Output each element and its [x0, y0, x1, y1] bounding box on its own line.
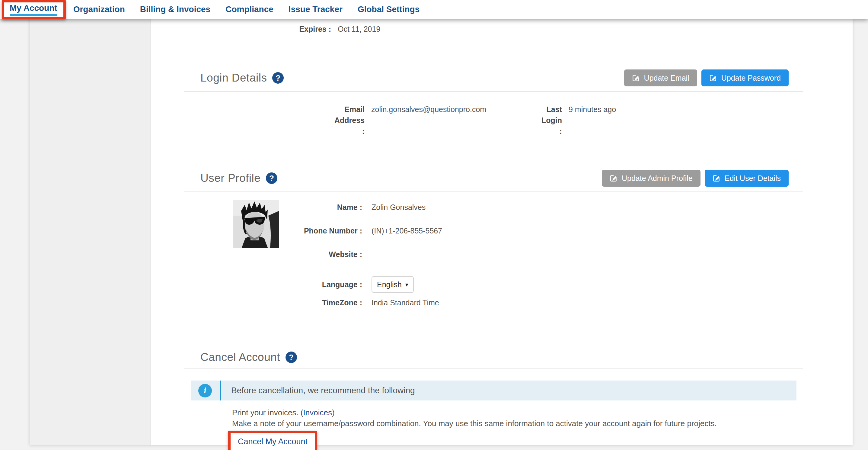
profile-photo	[233, 200, 279, 248]
section-title-text: Cancel Account	[200, 351, 280, 364]
phone-label: Phone Number :	[279, 225, 362, 236]
login-details-header: Login Details ? Update Email Update Pass…	[184, 69, 803, 92]
edit-icon	[610, 174, 618, 182]
cancel-instructions: Print your invoices. (Invoices) Make a n…	[232, 407, 803, 429]
tab-my-account[interactable]: My Account	[10, 4, 57, 13]
help-icon[interactable]: ?	[272, 72, 284, 84]
login-details-section: Login Details ? Update Email Update Pass…	[184, 69, 803, 137]
info-icon: i	[198, 384, 212, 397]
update-email-label: Update Email	[644, 74, 689, 83]
tab-compliance[interactable]: Compliance	[225, 5, 273, 14]
section-title-text: Login Details	[200, 71, 267, 84]
edit-icon	[713, 174, 720, 182]
annotation-box-cancel: Cancel My Account	[228, 431, 317, 450]
edit-user-details-button[interactable]: Edit User Details	[705, 170, 788, 187]
caret-down-icon: ▾	[405, 282, 408, 288]
email-address-label: Email Address :	[184, 104, 365, 137]
expires-row: Expires : Oct 11, 2019	[151, 19, 852, 34]
top-navigation: My Account Organization Billing & Invoic…	[0, 0, 868, 19]
settings-card: Expires : Oct 11, 2019 Login Details ? U…	[30, 19, 852, 445]
name-label: Name :	[279, 202, 362, 213]
update-admin-profile-button[interactable]: Update Admin Profile	[602, 170, 701, 187]
username-note-line: Make a note of your username/password co…	[232, 418, 803, 429]
timezone-row: TimeZone : India Standard Time	[279, 297, 803, 308]
user-profile-section: User Profile ? Update Admin Profile Edit…	[184, 170, 803, 308]
banner-text: Before cancellation, we recommend the fo…	[231, 386, 415, 395]
invoices-link[interactable]: Invoices	[303, 408, 332, 417]
website-label: Website :	[279, 249, 362, 260]
profile-fields: Name : Zolin Gonsalves Phone Number : (I…	[279, 200, 803, 308]
page-background: Expires : Oct 11, 2019 Login Details ? U…	[0, 19, 868, 450]
update-password-button[interactable]: Update Password	[702, 69, 788, 86]
update-admin-profile-label: Update Admin Profile	[622, 174, 693, 183]
timezone-label: TimeZone :	[279, 297, 362, 308]
tab-billing-invoices[interactable]: Billing & Invoices	[140, 5, 210, 14]
cancel-info-banner: i Before cancellation, we recommend the …	[191, 381, 797, 400]
user-profile-title: User Profile ?	[200, 172, 277, 184]
section-title-text: User Profile	[200, 172, 260, 184]
last-login-label: Last Login :	[537, 104, 562, 137]
tab-issue-tracker[interactable]: Issue Tracker	[288, 5, 343, 14]
help-icon[interactable]: ?	[266, 173, 277, 184]
help-icon[interactable]: ?	[285, 352, 297, 363]
invoices-line-prefix: Print your invoices. (	[232, 408, 303, 417]
annotation-box-my-account: My Account	[2, 0, 66, 19]
cancel-account-section: Cancel Account ? i Before cancellation, …	[184, 351, 803, 450]
name-row: Name : Zolin Gonsalves	[279, 202, 803, 213]
cancel-account-header: Cancel Account ?	[184, 351, 803, 369]
last-login-value: 9 minutes ago	[562, 104, 616, 137]
user-profile-header: User Profile ? Update Admin Profile Edit…	[184, 170, 803, 192]
update-password-label: Update Password	[721, 74, 781, 83]
invoices-line-suffix: )	[332, 408, 335, 417]
invoices-line: Print your invoices. (Invoices)	[232, 407, 803, 418]
email-login-row: Email Address : zolin.gonsalves@question…	[184, 104, 803, 137]
left-sidebar-panel	[30, 19, 151, 445]
edit-icon	[632, 74, 640, 82]
language-selected-value: English	[377, 279, 402, 290]
expires-value: Oct 11, 2019	[331, 24, 380, 34]
user-profile-buttons: Update Admin Profile Edit User Details	[602, 170, 788, 187]
tab-organization[interactable]: Organization	[73, 5, 125, 14]
expires-label: Expires :	[151, 24, 331, 34]
email-address-value: zolin.gonsalves@questionpro.com	[365, 104, 537, 137]
main-content: Expires : Oct 11, 2019 Login Details ? U…	[151, 19, 852, 445]
phone-row: Phone Number : (IN)+1-206-855-5567	[279, 225, 803, 236]
language-row: Language : English ▾	[279, 276, 803, 293]
login-details-title: Login Details ?	[200, 71, 284, 84]
language-select[interactable]: English ▾	[372, 276, 414, 293]
cancel-my-account-link[interactable]: Cancel My Account	[238, 437, 308, 446]
name-value: Zolin Gonsalves	[362, 202, 426, 213]
cancel-account-title: Cancel Account ?	[200, 351, 297, 364]
language-label: Language :	[279, 279, 362, 290]
login-details-buttons: Update Email Update Password	[624, 69, 788, 86]
tab-global-settings[interactable]: Global Settings	[358, 5, 420, 14]
banner-divider	[220, 381, 221, 400]
profile-block: Name : Zolin Gonsalves Phone Number : (I…	[184, 200, 803, 308]
timezone-value: India Standard Time	[362, 297, 439, 308]
update-email-button[interactable]: Update Email	[624, 69, 697, 86]
phone-value: (IN)+1-206-855-5567	[362, 225, 442, 236]
website-row: Website :	[279, 249, 803, 260]
edit-icon	[709, 74, 717, 82]
edit-user-details-label: Edit User Details	[725, 174, 781, 183]
